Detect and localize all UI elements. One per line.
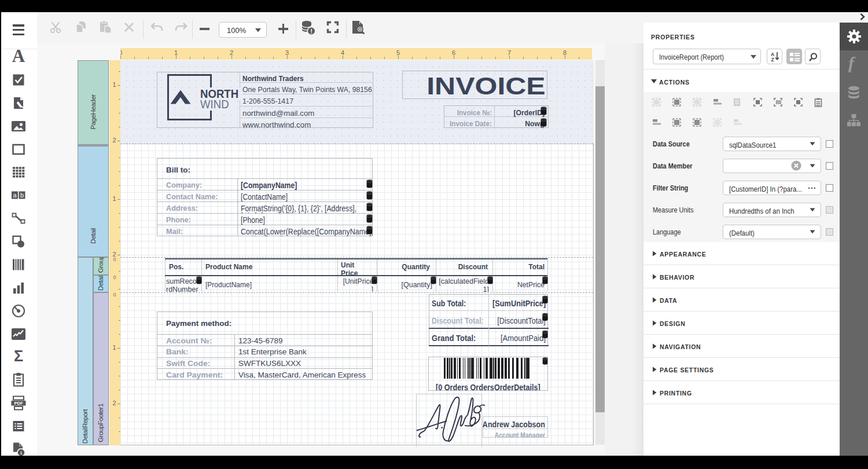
svg-text:PDF: PDF	[14, 401, 23, 406]
svg-text:a: a	[13, 192, 17, 199]
svg-text:A: A	[771, 52, 774, 57]
svg-text:b: b	[20, 192, 24, 199]
svg-text:!: !	[310, 28, 312, 35]
svg-text:Z: Z	[771, 57, 774, 63]
